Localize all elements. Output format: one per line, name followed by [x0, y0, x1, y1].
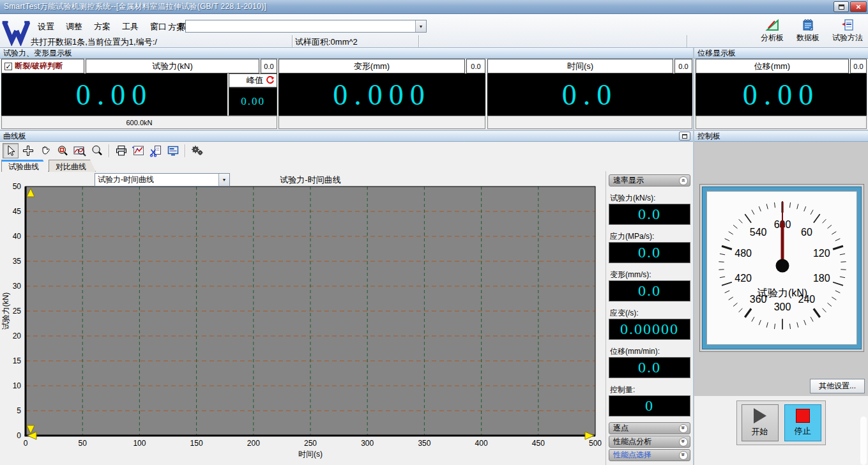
- restore-window-button[interactable]: [834, 1, 849, 12]
- peak-label: 峰值: [247, 75, 263, 86]
- logo-w-icon: [2, 17, 30, 46]
- rate-field-displacement: 位移(mm/min): 0.0: [609, 346, 690, 378]
- displacement-panel-title: 位移显示板: [697, 48, 736, 59]
- run-control-group: 开始 停止: [736, 400, 826, 445]
- svg-text:25: 25: [13, 307, 22, 316]
- time-header: 时间(s): [487, 59, 673, 73]
- zoom-region-tool-button[interactable]: [72, 143, 88, 158]
- gauge-face: 60060120180240300360420480540试验力(kN): [706, 191, 857, 345]
- rate-field-stress: 应力(MPa/s): 0.0: [609, 231, 690, 263]
- settings-gears-button[interactable]: [189, 143, 205, 158]
- copy-cut-button[interactable]: [148, 143, 164, 158]
- print-button[interactable]: [113, 143, 129, 158]
- svg-text:45: 45: [13, 207, 22, 216]
- gauge-dial: 60060120180240300360420480540试验力(kN): [707, 192, 858, 346]
- test-method-label: 试验方法: [832, 33, 863, 43]
- rate-field-force: 试验力(kN/s): 0.0: [609, 193, 690, 225]
- stop-icon: [796, 409, 810, 423]
- rate-field-deform: 变形(mm/s): 0.0: [609, 270, 690, 301]
- svg-text:180: 180: [813, 273, 830, 284]
- control-panel-caption: 控制板: [694, 131, 868, 142]
- other-settings-button[interactable]: 其他设置...: [810, 379, 865, 393]
- section-pointwise[interactable]: 逐点: [609, 422, 690, 434]
- scissors-page-icon: [149, 144, 162, 157]
- tab-test-curve[interactable]: 试验曲线: [1, 160, 49, 172]
- curve-toolbar: [0, 142, 605, 160]
- svg-text:试验力(kN): 试验力(kN): [1, 293, 10, 330]
- rate-panel-title: 速率显示: [613, 175, 644, 186]
- deform-lcd: 0.000: [278, 73, 485, 116]
- expand-down-icon[interactable]: [679, 451, 688, 460]
- menu-item-scheme[interactable]: 方案: [93, 20, 112, 33]
- curve-type-combobox[interactable]: 试验力-时间曲线: [95, 173, 230, 187]
- displacement-header: 位移(mm): [696, 59, 849, 73]
- display-window-button[interactable]: [165, 143, 181, 158]
- svg-text:30: 30: [13, 282, 22, 291]
- curve-style-button[interactable]: [130, 143, 146, 158]
- display-panel-title: 试验力、变形显示板: [3, 48, 72, 59]
- chevron-down-icon[interactable]: [415, 20, 426, 32]
- tab-compare-curve[interactable]: 对比曲线: [49, 160, 96, 172]
- app-logo: [2, 17, 30, 46]
- crosshair-tool-button[interactable]: [20, 143, 36, 158]
- rate-deform-label: 变形(mm/s):: [609, 270, 690, 280]
- svg-text:200: 200: [247, 439, 260, 448]
- window-titlebar: SmartTest万能试验机测控系统--[金属材料室温拉伸试验(GB/T 228…: [0, 0, 868, 14]
- magnifier-tool-button[interactable]: [89, 143, 105, 158]
- scrollbar-thumb[interactable]: [860, 416, 867, 465]
- chevron-down-icon[interactable]: [218, 174, 229, 186]
- curve-panel-body: 试验曲线 对比曲线 试验力-时间曲线 试验力-时间曲线 051015202530…: [0, 142, 693, 465]
- control-panel-body: 60060120180240300360420480540试验力(kN) 其他设…: [694, 142, 868, 465]
- data-panel-button[interactable]: 数据板: [794, 17, 822, 45]
- peak-reset-icon[interactable]: [266, 76, 275, 85]
- menu-item-window[interactable]: 窗口: [149, 20, 168, 33]
- menu-item-tools[interactable]: 工具: [121, 20, 140, 33]
- scheme-combobox[interactable]: [185, 20, 427, 33]
- curve-panel-title: 曲线板: [3, 131, 26, 142]
- stop-button[interactable]: 停止: [784, 404, 821, 441]
- analysis-panel-button[interactable]: 分析板: [758, 17, 786, 45]
- section-performance-select-label: 性能点选择: [613, 450, 651, 461]
- hand-icon: [39, 144, 52, 157]
- status-area-info: 试样面积:0mm^2: [293, 35, 419, 47]
- analysis-panel-label: 分析板: [761, 33, 784, 43]
- pointer-icon: [4, 144, 17, 157]
- play-icon: [754, 408, 766, 423]
- rate-strain-lcd: 0.00000: [609, 319, 690, 340]
- fracture-judge-checkbox[interactable]: [4, 63, 12, 70]
- menu-item-settings[interactable]: 设置: [36, 20, 56, 33]
- curve-chart[interactable]: 0510152025303540455005010015020025030035…: [0, 172, 605, 465]
- crosshair-icon: [22, 144, 34, 157]
- display-row: 断裂/破碎判断 试验力(kN) 0.0 0.00 峰值 0.00 600.0kN…: [0, 59, 693, 130]
- quick-buttons: 分析板 数据板 试验方法: [758, 17, 865, 45]
- test-method-button[interactable]: 试验方法: [830, 17, 865, 45]
- monitor-icon: [167, 144, 179, 157]
- expand-down-icon[interactable]: [679, 438, 688, 446]
- time-corner-value: 0.0: [674, 59, 692, 73]
- start-button[interactable]: 开始: [742, 404, 779, 441]
- svg-text:60: 60: [801, 227, 812, 238]
- scheme-label: 方案:: [168, 22, 187, 33]
- section-performance-analysis[interactable]: 性能点分析: [609, 436, 690, 448]
- fracture-judge-label: 断裂/破碎判断: [15, 61, 63, 72]
- force-lcd: 0.00: [1, 73, 227, 116]
- restore-icon: [839, 4, 844, 10]
- pointer-tool-button[interactable]: [3, 143, 19, 158]
- restore-icon: [682, 134, 687, 139]
- zoom-box-tool-button[interactable]: [54, 143, 70, 158]
- expand-down-icon[interactable]: [679, 424, 688, 433]
- status-empty-cell: [419, 35, 687, 47]
- rate-panel-header[interactable]: 速率显示: [609, 174, 690, 187]
- rate-displacement-label: 位移(mm/min):: [609, 346, 690, 357]
- menu-item-adjust[interactable]: 调整: [65, 20, 84, 33]
- section-performance-select[interactable]: 性能点选择: [609, 449, 690, 461]
- collapse-up-icon[interactable]: [679, 176, 688, 185]
- curve-tabs: 试验曲线 对比曲线: [1, 160, 96, 172]
- svg-text:120: 120: [813, 248, 830, 259]
- chart-title: 试验力-时间曲线: [243, 174, 378, 186]
- rate-stress-lcd: 0.0: [609, 242, 690, 263]
- curve-panel-restore-button[interactable]: [679, 132, 690, 141]
- close-window-button[interactable]: [850, 1, 867, 12]
- svg-text:400: 400: [475, 439, 488, 448]
- pan-hand-tool-button[interactable]: [37, 143, 53, 158]
